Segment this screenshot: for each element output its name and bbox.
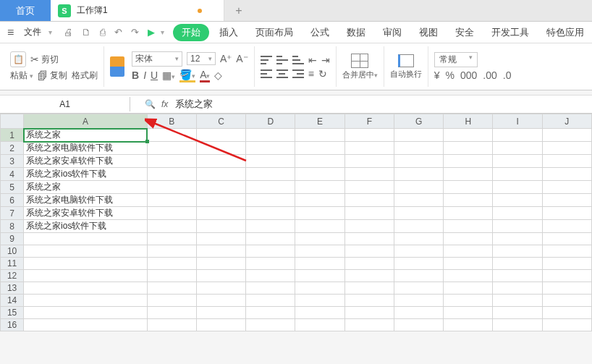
cell[interactable] [344, 194, 394, 207]
file-menu[interactable]: 文件 [20, 26, 46, 38]
align-justify-icon[interactable]: ≡ [308, 68, 314, 80]
number-format-select[interactable]: 常规▾ [434, 52, 478, 67]
dec-dec-icon[interactable]: .0 [503, 69, 512, 81]
cell[interactable] [394, 245, 443, 258]
cell[interactable] [344, 233, 394, 245]
valign-top-icon[interactable] [261, 56, 272, 64]
cell[interactable] [344, 168, 394, 181]
tab-home[interactable]: 首页 [0, 0, 51, 21]
cell[interactable]: 系统之家电脑软件下载 [24, 142, 148, 155]
percent-icon[interactable]: % [445, 69, 454, 81]
cell[interactable] [394, 295, 443, 307]
cell[interactable] [493, 270, 542, 282]
cell[interactable] [295, 307, 344, 319]
cell[interactable] [394, 270, 443, 282]
cell[interactable] [295, 194, 344, 207]
row-header[interactable]: 2 [1, 142, 24, 155]
cell[interactable] [24, 245, 148, 258]
cut-button[interactable]: ✂剪切 [30, 54, 59, 66]
cell[interactable] [246, 233, 295, 245]
cell[interactable] [493, 245, 542, 258]
align-left-icon[interactable] [261, 69, 272, 78]
cell[interactable]: 系统之家ios软件下载 [24, 168, 148, 181]
cell[interactable] [196, 245, 245, 258]
format-painter-icon[interactable] [110, 56, 124, 77]
cell[interactable] [246, 258, 295, 270]
row-header[interactable]: 5 [1, 181, 24, 194]
cell[interactable]: 系统之家安卓软件下载 [24, 155, 148, 168]
row-header[interactable]: 9 [1, 233, 24, 245]
row-header[interactable]: 10 [1, 245, 24, 258]
cell[interactable] [542, 220, 591, 233]
cell[interactable] [196, 155, 245, 168]
cell[interactable] [344, 319, 394, 331]
qat-save-icon[interactable]: 🖨 [61, 27, 76, 38]
cell[interactable] [542, 142, 591, 155]
cell[interactable] [542, 258, 591, 270]
cell[interactable] [24, 270, 148, 282]
col-header-H[interactable]: H [444, 114, 493, 129]
cell[interactable] [295, 258, 344, 270]
cell[interactable] [344, 142, 394, 155]
menu-tab-dev[interactable]: 开发工具 [484, 26, 536, 39]
cell[interactable] [344, 270, 394, 282]
italic-button[interactable]: I [143, 69, 146, 81]
cell[interactable] [542, 194, 591, 207]
comma-icon[interactable]: 000 [460, 69, 477, 81]
cell[interactable] [295, 181, 344, 194]
menu-tab-insert[interactable]: 插入 [212, 26, 245, 39]
cell[interactable] [147, 220, 196, 233]
row-header[interactable]: 16 [1, 319, 24, 331]
col-header-B[interactable]: B [147, 114, 196, 129]
col-header-I[interactable]: I [493, 114, 542, 129]
menu-tab-data[interactable]: 数据 [339, 26, 373, 39]
cell[interactable] [344, 220, 394, 233]
format-painter-button[interactable]: 格式刷 [72, 69, 98, 82]
cell[interactable] [344, 295, 394, 307]
spreadsheet-grid[interactable]: A B C D E F G H I J 1系统之家2系统之家电脑软件下载3系统之… [0, 114, 592, 331]
cell[interactable] [295, 168, 344, 181]
cell[interactable] [542, 181, 591, 194]
cell[interactable] [295, 207, 344, 220]
cell[interactable] [196, 142, 245, 155]
cell[interactable] [295, 270, 344, 282]
cell[interactable] [444, 233, 493, 245]
cell[interactable] [246, 319, 295, 331]
cell[interactable] [542, 129, 591, 142]
row-header[interactable]: 13 [1, 282, 24, 295]
formula-input[interactable]: 系统之家 [168, 98, 213, 111]
cell[interactable] [24, 282, 148, 295]
cell[interactable] [542, 319, 591, 331]
cell[interactable] [493, 233, 542, 245]
qat-print-icon[interactable]: ⎙ [97, 27, 109, 38]
cell[interactable] [493, 142, 542, 155]
cell[interactable] [147, 181, 196, 194]
cell[interactable] [24, 258, 148, 270]
cell[interactable] [493, 258, 542, 270]
cell[interactable] [493, 168, 542, 181]
menu-tab-special[interactable]: 特色应用 [539, 26, 591, 39]
cell[interactable] [542, 307, 591, 319]
cell[interactable] [394, 129, 443, 142]
cell[interactable] [493, 282, 542, 295]
tab-workbook[interactable]: S 工作簿1 [51, 0, 224, 21]
cell[interactable] [295, 245, 344, 258]
cell[interactable] [394, 258, 443, 270]
clear-format-button[interactable]: ◇ [214, 69, 222, 81]
cell[interactable] [147, 207, 196, 220]
increase-font-icon[interactable]: A⁺ [220, 53, 232, 64]
cell[interactable] [196, 270, 245, 282]
dec-inc-icon[interactable]: .00 [483, 69, 496, 81]
cell[interactable] [147, 319, 196, 331]
cell[interactable] [246, 295, 295, 307]
cell[interactable] [196, 319, 245, 331]
cell[interactable] [394, 307, 443, 319]
row-header[interactable]: 7 [1, 207, 24, 220]
cell[interactable] [196, 307, 245, 319]
wrap-button[interactable]: 自动换行 [390, 69, 422, 80]
cell[interactable] [295, 282, 344, 295]
cell[interactable] [444, 245, 493, 258]
cell[interactable] [444, 207, 493, 220]
row-header[interactable]: 4 [1, 168, 24, 181]
fx-icon[interactable]: fx [161, 99, 168, 109]
